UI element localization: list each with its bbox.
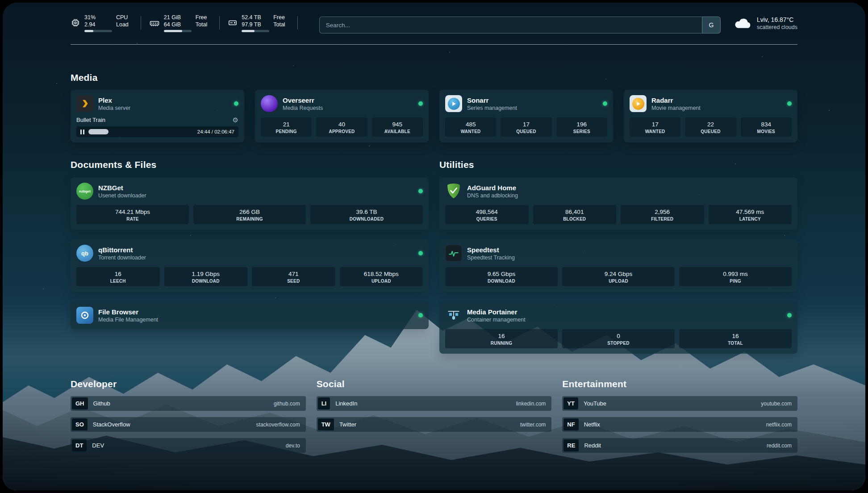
stat-download: 1.19 Gbps DOWNLOAD <box>164 267 248 286</box>
stat-leech: 16 LEECH <box>76 267 160 286</box>
section-media: Media Plex Media server Bullet <box>71 72 797 142</box>
section-title-developer: Developer <box>71 379 306 389</box>
bookmark-abbr: LI <box>318 397 330 409</box>
stat-upload: 9.24 Gbps UPLOAD <box>562 267 675 286</box>
weather-condition: scattered clouds <box>757 24 797 31</box>
bookmark-domain: twitter.com <box>520 422 550 428</box>
bookmark-name: StackOverflow <box>93 421 130 428</box>
service-description: Torrent downloader <box>98 254 146 261</box>
weather-widget: Lviv, 16.87°C scattered clouds <box>734 16 797 31</box>
status-dot <box>418 313 423 318</box>
stat-filtered: 2,956 FILTERED <box>621 205 704 224</box>
cpu-usage-label: CPU <box>116 14 129 21</box>
bookmark-linkedin[interactable]: LI LinkedIn linkedin.com <box>317 396 552 411</box>
bookmark-domain: github.com <box>274 401 305 407</box>
playback-time: 24:44 / 02:06:47 <box>197 129 234 134</box>
memory-total-value: 64 GiB <box>164 21 192 29</box>
service-card-nzbget[interactable]: nzbget NZBGet Usenet downloader 744.21 M… <box>71 177 429 230</box>
disk-free-label: Free <box>273 14 285 21</box>
bookmark-abbr: DT <box>72 439 87 451</box>
service-card-speedtest[interactable]: Speedtest Speedtest Tracking 9.65 Gbps D… <box>439 239 797 292</box>
settings-icon[interactable]: ⚙ <box>233 117 238 123</box>
service-card-adguard[interactable]: AdGuard Home DNS and adblocking 498,564 … <box>439 177 797 230</box>
service-description: Media Requests <box>283 104 323 112</box>
bookmark-netflix[interactable]: NF Netflix netflix.com <box>562 417 797 432</box>
cpu-usage-bar <box>84 30 112 32</box>
stat-ping: 0.993 ms PING <box>679 267 792 286</box>
nzbget-icon: nzbget <box>76 183 93 200</box>
pause-icon[interactable] <box>80 130 84 134</box>
bookmark-youtube[interactable]: YT YouTube youtube.com <box>562 396 797 411</box>
cpu-usage-value: 31% <box>84 14 112 21</box>
bookmark-abbr: TW <box>318 418 334 430</box>
service-card-plex[interactable]: Plex Media server Bullet Train ⚙ 24:44 /… <box>71 90 244 142</box>
stat-latency: 47.569 ms LATENCY <box>709 205 792 224</box>
stat-queries: 498,564 QUERIES <box>445 205 529 224</box>
service-name: Overseerr <box>283 96 323 104</box>
bookmark-twitter[interactable]: TW Twitter twitter.com <box>317 417 552 432</box>
memory-icon <box>149 18 160 29</box>
section-title-entertainment: Entertainment <box>562 379 797 389</box>
stat-available: 945 AVAILABLE <box>372 117 423 137</box>
bookmark-domain: linkedin.com <box>516 401 551 407</box>
memory-total-label: Total <box>196 21 207 29</box>
bookmark-group-social: Social LI LinkedIn linkedin.com TW Twitt… <box>317 379 552 459</box>
stat-rate: 744.21 Mbps RATE <box>76 205 189 224</box>
bookmark-domain: youtube.com <box>761 401 796 407</box>
status-dot <box>418 189 423 193</box>
service-name: AdGuard Home <box>467 184 518 192</box>
cloud-icon <box>734 17 752 31</box>
snow-specks <box>3 3 4 4</box>
status-dot <box>234 101 238 106</box>
search-input[interactable] <box>319 17 702 33</box>
bookmark-domain: reddit.com <box>767 443 796 449</box>
service-card-portainer[interactable]: Media Portainer Container management 16 … <box>439 301 797 354</box>
bookmark-github[interactable]: GH Github github.com <box>71 396 306 411</box>
bookmark-abbr: SO <box>72 418 88 430</box>
service-name: Media Portainer <box>467 308 526 316</box>
topbar-divider <box>71 44 797 45</box>
section-title-utilities: Utilities <box>439 159 797 170</box>
playback-bar: 24:44 / 02:06:47 <box>76 126 238 137</box>
playback-progress-track[interactable] <box>88 129 193 134</box>
memory-free-value: 21 GiB <box>164 14 192 21</box>
service-card-filebrowser[interactable]: File Browser Media File Management <box>71 301 429 329</box>
disk-icon <box>228 18 238 28</box>
service-card-sonarr[interactable]: Sonarr Series management 485 WANTED 17 Q… <box>439 90 613 142</box>
service-card-qbittorrent[interactable]: qb qBittorrent Torrent downloader 16 LEE… <box>71 239 429 292</box>
stat-queued: 22 QUEUED <box>685 117 736 137</box>
status-dot <box>418 251 423 255</box>
stat-remaining: 266 GB REMAINING <box>193 205 306 224</box>
service-card-overseerr[interactable]: Overseerr Media Requests 21 PENDING 40 A… <box>255 90 429 142</box>
bookmark-dev[interactable]: DT DEV dev.to <box>71 438 306 453</box>
cpu-icon <box>71 18 80 28</box>
bookmark-stackoverflow[interactable]: SO StackOverflow stackoverflow.com <box>71 417 306 432</box>
service-name: Speedtest <box>467 246 515 254</box>
disk-free-value: 52.4 TB <box>242 14 269 21</box>
cpu-load-value: 2.94 <box>84 21 112 29</box>
status-dot <box>603 101 607 106</box>
disk-usage-bar <box>242 30 269 32</box>
stat-pending: 21 PENDING <box>261 117 312 137</box>
stat-wanted: 485 WANTED <box>445 117 496 137</box>
service-name: Radarr <box>651 96 701 104</box>
service-name: Sonarr <box>467 96 517 104</box>
portainer-icon <box>445 307 462 324</box>
sonarr-icon <box>445 95 462 112</box>
stat-seed: 471 SEED <box>252 267 335 286</box>
section-title-documents: Documents & Files <box>71 159 429 170</box>
bookmark-reddit[interactable]: RE Reddit reddit.com <box>562 438 797 453</box>
service-name: NZBGet <box>98 184 146 192</box>
stat-downloaded: 39.6 TB DOWNLOADED <box>310 205 423 224</box>
service-description: Series management <box>467 104 517 112</box>
service-description: Usenet downloader <box>98 192 146 199</box>
speedtest-icon <box>445 245 462 262</box>
disk-widget: 52.4 TB 97.9 TB Free Total <box>228 14 305 32</box>
resource-widgets: 31% 2.94 CPU Load <box>71 14 306 32</box>
adguard-icon <box>445 183 462 200</box>
search-provider-button[interactable]: G <box>702 17 721 33</box>
filebrowser-icon <box>76 307 93 324</box>
service-card-radarr[interactable]: Radarr Movie management 17 WANTED 22 QUE… <box>624 90 797 142</box>
stat-series: 196 SERIES <box>556 117 607 137</box>
top-bar: 31% 2.94 CPU Load <box>71 14 797 37</box>
